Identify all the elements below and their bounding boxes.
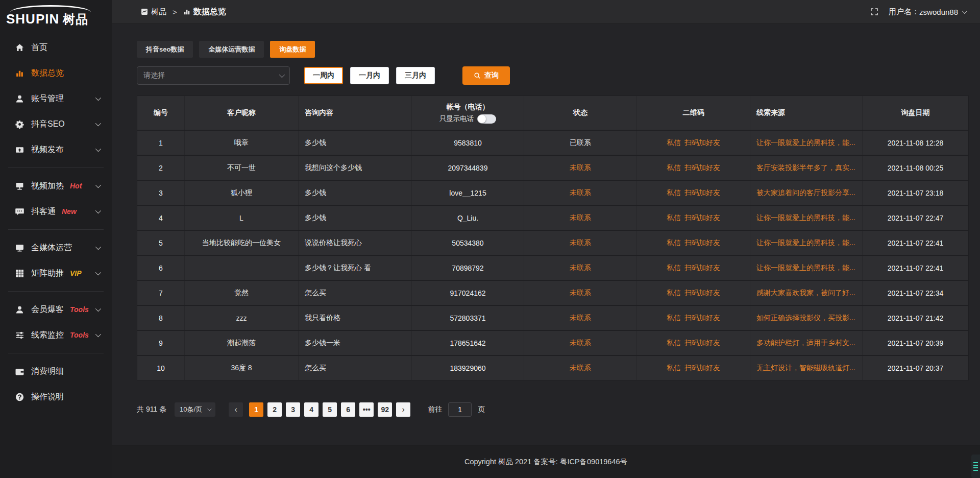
table-header: 编号 客户昵称 咨询内容 帐号（电话） 只显示电话 状态 二维码 线索来源 询盘… bbox=[137, 96, 968, 130]
phone-toggle-row: 只显示电话 bbox=[439, 114, 497, 124]
cell-id: 8 bbox=[137, 306, 185, 330]
prev-page-button[interactable]: ‹ bbox=[229, 402, 243, 417]
breadcrumb-current: 数据总览 bbox=[193, 7, 226, 17]
app-logo[interactable]: SHUPIN树品 bbox=[0, 0, 112, 31]
goto-label: 前往 bbox=[428, 405, 442, 414]
qr-link[interactable]: 扫码加好友 bbox=[684, 238, 720, 248]
next-page-button[interactable]: › bbox=[396, 402, 410, 417]
chevron-down-icon[interactable] bbox=[962, 9, 967, 14]
page-button-3[interactable]: 3 bbox=[286, 402, 300, 417]
sidebar-item-video-publish[interactable]: 视频发布 bbox=[0, 137, 112, 162]
home-icon bbox=[15, 43, 24, 52]
cell-status: 未联系 bbox=[524, 156, 637, 180]
footer: Copyright 树品 2021 备案号: 粤ICP备09019646号 bbox=[112, 445, 980, 478]
sidebar-item-video-heat[interactable]: 视频加热Hot bbox=[0, 173, 112, 199]
qr-link[interactable]: 私信 bbox=[667, 163, 681, 173]
range-month-button[interactable]: 一月内 bbox=[350, 67, 389, 84]
cell-qrcode: 私信扫码加好友 bbox=[637, 356, 750, 380]
source-link[interactable]: 多功能护栏灯，适用于乡村文... bbox=[756, 339, 855, 348]
page-ellipsis-button[interactable]: ••• bbox=[359, 402, 374, 417]
qr-link[interactable]: 扫码加好友 bbox=[684, 314, 720, 323]
phone-only-toggle[interactable] bbox=[477, 114, 496, 124]
floating-widget[interactable] bbox=[971, 455, 980, 478]
source-link[interactable]: 让你一眼就爱上的黑科技，能... bbox=[756, 238, 855, 248]
qr-link[interactable]: 私信 bbox=[667, 138, 681, 148]
cell-content: 多少钱 bbox=[299, 131, 412, 155]
qr-link[interactable]: 私信 bbox=[667, 364, 681, 373]
page-button-2[interactable]: 2 bbox=[267, 402, 282, 417]
tab-douyin-seo-data[interactable]: 抖音seo数据 bbox=[137, 41, 193, 58]
source-link[interactable]: 感谢大家喜欢我家，被问了好... bbox=[756, 289, 855, 298]
sidebar-item-data-overview[interactable]: 数据总览 bbox=[0, 60, 112, 86]
qr-link[interactable]: 扫码加好友 bbox=[684, 188, 720, 198]
qr-link[interactable]: 私信 bbox=[667, 213, 681, 223]
sidebar-item-clue-monitor[interactable]: 线索监控Tools bbox=[0, 322, 112, 348]
sidebar-item-operation-guide[interactable]: 操作说明 bbox=[0, 384, 112, 410]
sidebar-item-doukerton[interactable]: 抖客通New bbox=[0, 199, 112, 224]
page-list: 123456•••92 bbox=[247, 402, 394, 417]
qr-link[interactable]: 扫码加好友 bbox=[684, 339, 720, 348]
cell-account: Q_Liu. bbox=[412, 206, 524, 230]
source-link[interactable]: 客厅安装投影半年多了，真实... bbox=[756, 163, 855, 173]
question-icon bbox=[15, 393, 24, 401]
search-button[interactable]: 查询 bbox=[462, 66, 510, 85]
qr-link[interactable]: 扫码加好友 bbox=[684, 289, 720, 298]
cell-id: 3 bbox=[137, 181, 185, 205]
qr-link[interactable]: 私信 bbox=[667, 264, 681, 273]
sidebar-item-badge: Tools bbox=[70, 305, 89, 314]
sidebar-item-matrix-boost[interactable]: 矩阵助推VIP bbox=[0, 260, 112, 286]
sidebar-item-member-baoke[interactable]: 会员爆客Tools bbox=[0, 297, 112, 322]
column-header-status: 状态 bbox=[524, 96, 637, 130]
cell-account: 50534380 bbox=[412, 231, 524, 255]
qr-link-group: 私信扫码加好友 bbox=[667, 364, 720, 373]
page-button-1[interactable]: 1 bbox=[249, 402, 263, 417]
sidebar-item-account-manage[interactable]: 账号管理 bbox=[0, 86, 112, 111]
qr-link[interactable]: 私信 bbox=[667, 238, 681, 248]
filter-select[interactable]: 请选择 bbox=[137, 66, 290, 85]
cell-source: 无主灯设计，智能磁吸轨道灯... bbox=[750, 356, 863, 380]
goto-page-input[interactable] bbox=[448, 402, 472, 417]
page-button-4[interactable]: 4 bbox=[304, 402, 318, 417]
source-link[interactable]: 让你一眼就爱上的黑科技，能... bbox=[756, 138, 855, 148]
qr-link[interactable]: 扫码加好友 bbox=[684, 364, 720, 373]
page-button-5[interactable]: 5 bbox=[323, 402, 337, 417]
qr-link[interactable]: 私信 bbox=[667, 314, 681, 323]
page-size-select[interactable]: 10条/页 bbox=[175, 402, 215, 417]
source-link[interactable]: 让你一眼就爱上的黑科技，能... bbox=[756, 213, 855, 223]
qr-link[interactable]: 私信 bbox=[667, 289, 681, 298]
page-button-92[interactable]: 92 bbox=[378, 402, 392, 417]
qr-link[interactable]: 扫码加好友 bbox=[684, 264, 720, 273]
source-link[interactable]: 如何正确选择投影仪，买投影... bbox=[756, 314, 855, 323]
source-link[interactable]: 被大家追着问的客厅投影分享... bbox=[756, 188, 855, 198]
qr-link[interactable]: 私信 bbox=[667, 339, 681, 348]
range-week-button[interactable]: 一周内 bbox=[304, 67, 343, 84]
qr-link[interactable]: 扫码加好友 bbox=[684, 138, 720, 148]
page-button-6[interactable]: 6 bbox=[341, 402, 355, 417]
source-link[interactable]: 让你一眼就爱上的黑科技，能... bbox=[756, 264, 855, 273]
sidebar-menu: 首页数据总览账号管理抖音SEO视频发布视频加热Hot抖客通New全媒体运营矩阵助… bbox=[0, 35, 112, 410]
cell-status: 未联系 bbox=[524, 256, 637, 280]
table-row: 1哦章多少钱9583810已联系私信扫码加好友让你一眼就爱上的黑科技，能...2… bbox=[137, 130, 968, 155]
username[interactable]: zswodun88 bbox=[919, 8, 958, 16]
qr-link[interactable]: 扫码加好友 bbox=[684, 213, 720, 223]
cell-source: 如何正确选择投影仪，买投影... bbox=[750, 306, 863, 330]
fullscreen-icon[interactable] bbox=[870, 8, 878, 16]
breadcrumb-home[interactable]: 树品 bbox=[151, 7, 166, 17]
table-row: 9潮起潮落多少钱一米178651642未联系私信扫码加好友多功能护栏灯，适用于乡… bbox=[137, 330, 968, 355]
tab-inquiry-data[interactable]: 询盘数据 bbox=[270, 41, 315, 58]
qr-link[interactable]: 私信 bbox=[667, 188, 681, 198]
source-link[interactable]: 无主灯设计，智能磁吸轨道灯... bbox=[756, 364, 855, 373]
qr-link[interactable]: 扫码加好友 bbox=[684, 163, 720, 173]
sidebar-item-consume-detail[interactable]: 消费明细 bbox=[0, 358, 112, 384]
range-quarter-button[interactable]: 三月内 bbox=[396, 67, 435, 84]
cell-nickname: 36度 8 bbox=[185, 356, 299, 380]
sidebar-item-label: 抖音SEO bbox=[31, 119, 65, 130]
sidebar-item-home[interactable]: 首页 bbox=[0, 35, 112, 60]
sidebar-item-media-operation[interactable]: 全媒体运营 bbox=[0, 235, 112, 260]
cell-id: 4 bbox=[137, 206, 185, 230]
sidebar-item-douyin-seo[interactable]: 抖音SEO bbox=[0, 111, 112, 137]
chat-icon bbox=[15, 207, 24, 216]
cell-status: 未联系 bbox=[524, 356, 637, 380]
tab-media-operation-data[interactable]: 全媒体运营数据 bbox=[199, 41, 264, 58]
user-icon bbox=[15, 94, 24, 103]
